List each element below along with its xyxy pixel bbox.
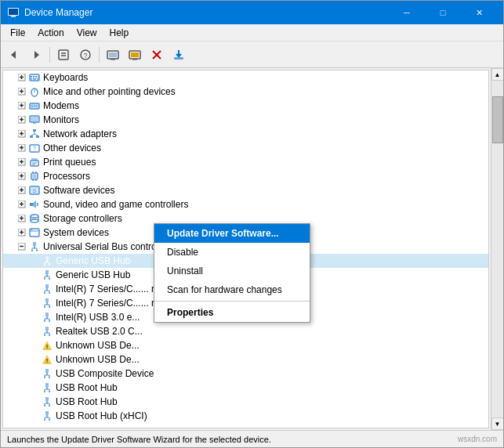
svg-text:S: S <box>32 187 36 194</box>
tree-item-label: Generic USB Hub <box>56 255 130 266</box>
expand-button[interactable] <box>16 128 28 140</box>
properties-button[interactable] <box>53 45 74 65</box>
menu-help[interactable]: Help <box>103 26 136 40</box>
svg-rect-165 <box>45 383 49 387</box>
tree-item[interactable]: USB Composite Device <box>3 367 488 381</box>
tree-item[interactable]: Sound, video and game controllers <box>3 197 488 211</box>
expand-button[interactable] <box>16 114 28 126</box>
network-button[interactable] <box>125 45 145 65</box>
svg-point-110 <box>31 250 33 251</box>
tree-item[interactable]: Print queues <box>3 155 488 169</box>
expand-button[interactable] <box>16 170 28 182</box>
tree-item[interactable]: Monitors <box>3 113 488 127</box>
menu-file[interactable]: File <box>4 26 31 40</box>
close-button[interactable]: ✕ <box>461 1 497 24</box>
help-button[interactable]: ? <box>75 45 96 65</box>
svg-rect-24 <box>33 76 34 78</box>
tree-item-label: Intel(R) USB 3.0 e... <box>56 312 140 323</box>
svg-point-132 <box>49 292 50 294</box>
context-menu-separator <box>154 301 310 302</box>
tree-item[interactable]: !Unknown USB De... <box>3 352 488 367</box>
usb-icon <box>41 283 53 295</box>
tree-item-label: Unknown USB De... <box>56 354 140 365</box>
brand-text: wsxdn.com <box>458 435 497 443</box>
svg-point-138 <box>44 306 45 308</box>
svg-rect-48 <box>33 122 36 124</box>
scan-button[interactable] <box>103 45 123 65</box>
expand-button[interactable] <box>16 142 28 154</box>
svg-point-185 <box>49 419 50 421</box>
tree-item[interactable]: USB Root Hub (xHCI) <box>3 409 488 423</box>
expand-button[interactable] <box>16 212 28 225</box>
scrollbar[interactable]: ▲ ▼ <box>491 68 503 430</box>
svg-rect-47 <box>31 117 38 121</box>
forward-button[interactable] <box>26 45 46 65</box>
delete-button[interactable] <box>147 45 167 65</box>
svg-point-124 <box>44 278 45 280</box>
tree-item[interactable]: Processors <box>3 169 488 183</box>
tree-item[interactable]: Mice and other pointing devices <box>3 85 488 99</box>
svg-rect-11 <box>109 52 117 57</box>
context-menu-item[interactable]: Disable <box>154 243 310 262</box>
expand-button[interactable] <box>16 99 28 112</box>
expand-button[interactable] <box>16 71 28 84</box>
expand-button[interactable] <box>16 240 28 253</box>
expand-button[interactable] <box>16 198 28 211</box>
tree-item[interactable]: SSoftware devices <box>3 183 488 197</box>
tree-item[interactable]: Network adapters <box>3 127 488 141</box>
context-menu-item[interactable]: Properties <box>154 303 310 322</box>
svg-rect-1 <box>9 9 18 15</box>
menu-action[interactable]: Action <box>31 26 70 40</box>
tree-item-label: Print queues <box>43 157 96 168</box>
expand-button[interactable] <box>16 226 28 239</box>
tree-item[interactable]: Keyboards <box>3 70 488 85</box>
svg-rect-158 <box>45 369 49 373</box>
tree-item-label: Unknown USB De... <box>56 340 140 351</box>
tree-item[interactable]: !Unknown USB De... <box>3 338 488 352</box>
context-menu-item[interactable]: Scan for hardware changes <box>154 280 310 299</box>
scroll-up[interactable]: ▲ <box>491 68 504 81</box>
window-title: Device Manager <box>24 7 389 18</box>
tree-item[interactable]: Realtek USB 2.0 C... <box>3 324 488 338</box>
expand-button[interactable] <box>16 156 28 168</box>
svg-point-152 <box>44 334 45 336</box>
svg-rect-126 <box>45 284 49 288</box>
context-menu-item[interactable]: Uninstall <box>154 262 310 280</box>
tree-item[interactable]: USB Root Hub <box>3 395 488 409</box>
scroll-thumb[interactable] <box>492 96 503 143</box>
back-button[interactable] <box>4 45 24 65</box>
svg-point-145 <box>44 320 45 322</box>
scroll-track[interactable] <box>491 81 503 417</box>
toolbar: ? <box>1 42 503 68</box>
expand-button[interactable] <box>16 85 28 98</box>
tree-item-label: USB Root Hub <box>56 382 118 393</box>
tree-item[interactable]: Modems <box>3 99 488 113</box>
svg-rect-88 <box>30 203 33 206</box>
svg-rect-18 <box>174 57 183 60</box>
svg-point-170 <box>44 391 45 392</box>
tree-item[interactable]: USB Root Hub <box>3 381 488 395</box>
usb-category-icon <box>28 240 41 253</box>
svg-point-164 <box>49 377 50 378</box>
svg-rect-147 <box>45 327 49 331</box>
modem-icon <box>28 99 41 112</box>
svg-point-177 <box>44 405 45 406</box>
minimize-button[interactable]: ─ <box>389 1 425 24</box>
maximize-button[interactable]: □ <box>425 1 461 24</box>
svg-rect-28 <box>33 78 36 80</box>
svg-point-102 <box>31 229 33 231</box>
tree-item-label: USB Root Hub <box>56 396 118 407</box>
context-menu-item[interactable]: Update Driver Software... <box>154 224 310 243</box>
scroll-down[interactable]: ▼ <box>491 417 504 430</box>
update-button[interactable] <box>169 45 189 65</box>
usb-icon <box>41 367 53 380</box>
expand-button[interactable] <box>16 184 28 197</box>
menu-view[interactable]: View <box>71 26 103 40</box>
tree-item[interactable]: ?Other devices <box>3 141 488 155</box>
svg-rect-26 <box>38 76 38 78</box>
usb-icon <box>41 410 53 422</box>
tree-item-label: Network adapters <box>43 128 117 139</box>
svg-point-184 <box>44 419 45 421</box>
toolbar-sep-1 <box>49 47 50 63</box>
svg-point-96 <box>31 219 38 222</box>
